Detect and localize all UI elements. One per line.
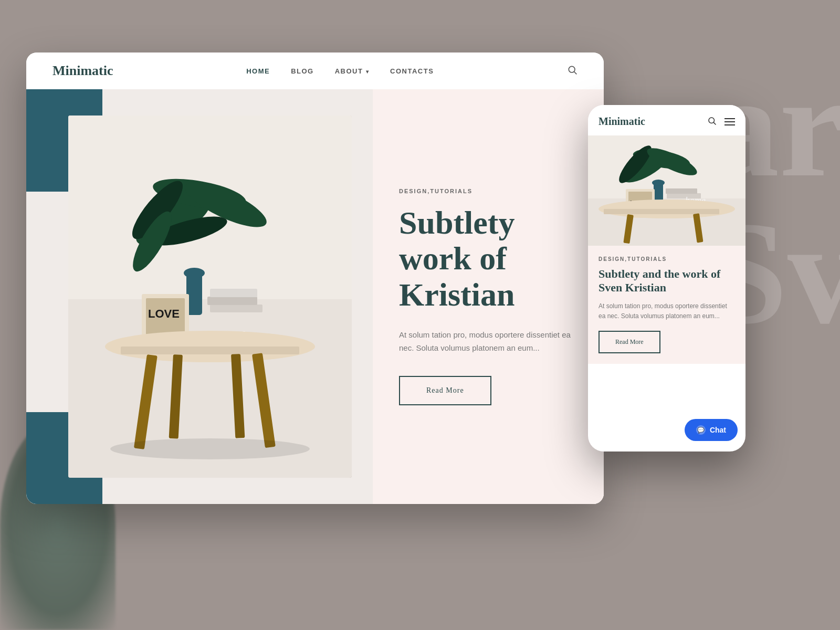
mobile-logo: Minimatic	[598, 116, 645, 128]
desktop-mockup: Minimatic HOME BLOG ABOUT ▾ CONTACTS	[26, 52, 604, 504]
mobile-search-icon[interactable]	[707, 116, 717, 128]
mobile-read-more-button[interactable]: Read More	[598, 331, 660, 353]
svg-rect-20	[121, 346, 299, 354]
desktop-logo: Minimatic	[52, 63, 113, 79]
nav-blog[interactable]: BLOG	[291, 67, 314, 75]
mobile-navbar: Minimatic	[588, 105, 746, 135]
svg-line-1	[574, 71, 577, 74]
svg-point-11	[184, 268, 205, 278]
svg-point-35	[652, 180, 665, 186]
mobile-mockup: Minimatic	[588, 105, 746, 452]
desktop-navbar: Minimatic HOME BLOG ABOUT ▾ CONTACTS	[26, 52, 604, 89]
desktop-hero: LOVE home	[26, 89, 604, 504]
chat-label: Chat	[710, 426, 726, 434]
desktop-hero-content: DESIGN,TUTORIALS Subtletywork ofKristian…	[373, 89, 604, 504]
svg-rect-43	[604, 209, 719, 214]
svg-point-0	[569, 66, 575, 72]
svg-text:LOVE: LOVE	[148, 307, 180, 320]
desktop-search-icon[interactable]	[567, 65, 578, 78]
mobile-chat-button[interactable]: 💬 Chat	[685, 419, 738, 441]
nav-home[interactable]: HOME	[246, 67, 270, 75]
hero-photo: LOVE home	[68, 116, 352, 478]
mobile-content-section: DESIGN,TUTORIALS Subtlety and the work o…	[588, 246, 746, 364]
svg-rect-14	[210, 289, 257, 297]
desktop-category-tag: DESIGN,TUTORIALS	[399, 188, 578, 194]
desktop-hero-image-section: LOVE home	[26, 89, 373, 504]
desktop-read-more-button[interactable]: Read More	[399, 376, 491, 405]
desktop-nav-links: HOME BLOG ABOUT ▾ CONTACTS	[246, 66, 434, 76]
mobile-hero-image: LOVE home	[588, 135, 746, 246]
svg-rect-13	[207, 297, 257, 305]
about-dropdown-arrow: ▾	[366, 69, 370, 75]
mobile-menu-icon[interactable]	[724, 118, 735, 125]
svg-rect-37	[666, 188, 697, 194]
desktop-hero-title: Subtletywork ofKristian	[399, 205, 578, 312]
mobile-category-tag: DESIGN,TUTORIALS	[598, 256, 735, 262]
mobile-nav-icons	[707, 116, 735, 128]
mobile-hero-excerpt: At solum tation pro, modus oportere diss…	[598, 301, 735, 321]
svg-point-25	[110, 438, 310, 459]
chat-icon: 💬	[696, 425, 706, 435]
svg-rect-12	[210, 304, 262, 312]
nav-contacts[interactable]: CONTACTS	[390, 67, 434, 75]
desktop-hero-excerpt: At solum tation pro, modus oportere diss…	[399, 328, 578, 355]
nav-about[interactable]: ABOUT ▾	[335, 67, 369, 75]
mobile-hero-title: Subtlety and the work of Sven Kristian	[598, 267, 735, 295]
svg-point-26	[709, 118, 715, 123]
svg-line-27	[713, 122, 716, 124]
